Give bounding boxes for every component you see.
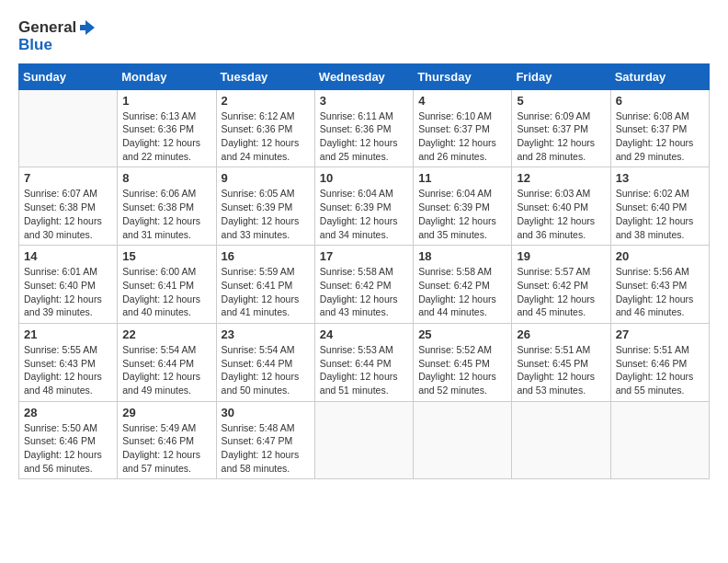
day-number: 25 [418, 327, 506, 341]
day-info: Sunrise: 6:08 AM Sunset: 6:37 PM Dayligh… [616, 109, 704, 164]
day-number: 16 [222, 249, 310, 263]
header-cell-monday: Monday [118, 63, 216, 89]
day-number: 27 [616, 327, 704, 341]
calendar-cell: 13Sunrise: 6:02 AM Sunset: 6:40 PM Dayli… [610, 167, 709, 246]
day-number: 20 [616, 249, 704, 263]
day-number: 26 [517, 327, 605, 341]
day-number: 7 [24, 171, 112, 185]
logo-container: General Blue [18, 18, 97, 54]
day-info: Sunrise: 6:04 AM Sunset: 6:39 PM Dayligh… [320, 187, 408, 241]
day-info: Sunrise: 6:10 AM Sunset: 6:37 PM Dayligh… [418, 109, 506, 164]
calendar-cell: 5Sunrise: 6:09 AM Sunset: 6:37 PM Daylig… [512, 89, 610, 167]
day-number: 11 [418, 171, 506, 185]
calendar-cell: 24Sunrise: 5:53 AM Sunset: 6:44 PM Dayli… [314, 323, 413, 401]
calendar-cell: 3Sunrise: 6:11 AM Sunset: 6:36 PM Daylig… [314, 89, 413, 167]
calendar-body: 1Sunrise: 6:13 AM Sunset: 6:36 PM Daylig… [19, 89, 710, 479]
calendar-cell: 11Sunrise: 6:04 AM Sunset: 6:39 PM Dayli… [414, 167, 512, 246]
calendar-cell [314, 401, 413, 479]
calendar-header: SundayMondayTuesdayWednesdayThursdayFrid… [19, 63, 710, 89]
calendar-cell: 29Sunrise: 5:49 AM Sunset: 6:46 PM Dayli… [118, 401, 216, 479]
calendar-cell: 23Sunrise: 5:54 AM Sunset: 6:44 PM Dayli… [216, 323, 314, 401]
day-info: Sunrise: 5:56 AM Sunset: 6:43 PM Dayligh… [616, 265, 704, 319]
calendar-cell: 28Sunrise: 5:50 AM Sunset: 6:46 PM Dayli… [19, 401, 118, 479]
calendar-week-3: 14Sunrise: 6:01 AM Sunset: 6:40 PM Dayli… [19, 246, 710, 324]
header-cell-thursday: Thursday [414, 63, 512, 89]
day-info: Sunrise: 6:01 AM Sunset: 6:40 PM Dayligh… [24, 265, 112, 319]
day-info: Sunrise: 6:09 AM Sunset: 6:37 PM Dayligh… [517, 109, 605, 164]
calendar-cell: 19Sunrise: 5:57 AM Sunset: 6:42 PM Dayli… [512, 246, 610, 324]
day-number: 8 [122, 171, 210, 185]
day-number: 28 [24, 406, 112, 419]
calendar-table: SundayMondayTuesdayWednesdayThursdayFrid… [18, 63, 710, 480]
day-info: Sunrise: 6:13 AM Sunset: 6:36 PM Dayligh… [122, 109, 210, 164]
header-cell-friday: Friday [512, 63, 610, 89]
calendar-cell: 7Sunrise: 6:07 AM Sunset: 6:38 PM Daylig… [19, 167, 118, 246]
calendar-cell: 4Sunrise: 6:10 AM Sunset: 6:37 PM Daylig… [414, 89, 512, 167]
calendar-cell: 16Sunrise: 5:59 AM Sunset: 6:41 PM Dayli… [216, 246, 314, 324]
day-info: Sunrise: 5:50 AM Sunset: 6:46 PM Dayligh… [24, 421, 112, 476]
calendar-cell: 21Sunrise: 5:55 AM Sunset: 6:43 PM Dayli… [19, 323, 118, 401]
day-info: Sunrise: 6:03 AM Sunset: 6:40 PM Dayligh… [517, 187, 605, 241]
header-cell-saturday: Saturday [610, 63, 709, 89]
calendar-week-2: 7Sunrise: 6:07 AM Sunset: 6:38 PM Daylig… [19, 167, 710, 246]
day-number: 10 [320, 171, 408, 185]
day-number: 3 [320, 94, 408, 108]
calendar-cell: 27Sunrise: 5:51 AM Sunset: 6:46 PM Dayli… [610, 323, 709, 401]
day-info: Sunrise: 5:58 AM Sunset: 6:42 PM Dayligh… [418, 265, 506, 319]
day-info: Sunrise: 6:05 AM Sunset: 6:39 PM Dayligh… [222, 187, 310, 241]
day-number: 13 [616, 171, 704, 185]
day-info: Sunrise: 6:04 AM Sunset: 6:39 PM Dayligh… [418, 187, 506, 241]
logo-blue: Blue [18, 37, 97, 54]
logo-general: General [18, 19, 76, 37]
header-row: SundayMondayTuesdayWednesdayThursdayFrid… [19, 63, 710, 89]
calendar-cell [19, 89, 118, 167]
day-info: Sunrise: 6:11 AM Sunset: 6:36 PM Dayligh… [320, 109, 408, 164]
logo: General Blue [18, 18, 97, 54]
header-cell-sunday: Sunday [19, 63, 118, 89]
day-number: 15 [122, 249, 210, 263]
day-number: 24 [320, 327, 408, 341]
day-number: 2 [222, 94, 310, 108]
day-info: Sunrise: 5:51 AM Sunset: 6:45 PM Dayligh… [517, 343, 605, 397]
logo-arrow-icon [78, 18, 97, 37]
calendar-week-5: 28Sunrise: 5:50 AM Sunset: 6:46 PM Dayli… [19, 401, 710, 479]
day-number: 30 [222, 406, 310, 419]
calendar-week-4: 21Sunrise: 5:55 AM Sunset: 6:43 PM Dayli… [19, 323, 710, 401]
day-number: 1 [122, 94, 210, 108]
calendar-cell: 15Sunrise: 6:00 AM Sunset: 6:41 PM Dayli… [118, 246, 216, 324]
calendar-cell: 9Sunrise: 6:05 AM Sunset: 6:39 PM Daylig… [216, 167, 314, 246]
day-number: 23 [222, 327, 310, 341]
day-info: Sunrise: 5:55 AM Sunset: 6:43 PM Dayligh… [24, 343, 112, 397]
day-info: Sunrise: 5:59 AM Sunset: 6:41 PM Dayligh… [222, 265, 310, 319]
calendar-cell: 10Sunrise: 6:04 AM Sunset: 6:39 PM Dayli… [314, 167, 413, 246]
day-info: Sunrise: 5:48 AM Sunset: 6:47 PM Dayligh… [222, 421, 310, 476]
day-number: 9 [222, 171, 310, 185]
calendar-cell: 8Sunrise: 6:06 AM Sunset: 6:38 PM Daylig… [118, 167, 216, 246]
day-info: Sunrise: 5:53 AM Sunset: 6:44 PM Dayligh… [320, 343, 408, 397]
day-info: Sunrise: 5:52 AM Sunset: 6:45 PM Dayligh… [418, 343, 506, 397]
day-info: Sunrise: 5:57 AM Sunset: 6:42 PM Dayligh… [517, 265, 605, 319]
calendar-cell: 25Sunrise: 5:52 AM Sunset: 6:45 PM Dayli… [414, 323, 512, 401]
day-info: Sunrise: 5:49 AM Sunset: 6:46 PM Dayligh… [122, 421, 210, 476]
calendar-cell: 12Sunrise: 6:03 AM Sunset: 6:40 PM Dayli… [512, 167, 610, 246]
calendar-cell: 6Sunrise: 6:08 AM Sunset: 6:37 PM Daylig… [610, 89, 709, 167]
svg-marker-0 [80, 20, 95, 35]
day-number: 19 [517, 249, 605, 263]
day-number: 29 [122, 406, 210, 419]
day-info: Sunrise: 6:00 AM Sunset: 6:41 PM Dayligh… [122, 265, 210, 319]
calendar-cell [512, 401, 610, 479]
day-number: 17 [320, 249, 408, 263]
calendar-cell: 14Sunrise: 6:01 AM Sunset: 6:40 PM Dayli… [19, 246, 118, 324]
day-info: Sunrise: 6:07 AM Sunset: 6:38 PM Dayligh… [24, 187, 112, 241]
day-number: 12 [517, 171, 605, 185]
calendar-cell: 17Sunrise: 5:58 AM Sunset: 6:42 PM Dayli… [314, 246, 413, 324]
header: General Blue [18, 18, 710, 54]
calendar-cell: 20Sunrise: 5:56 AM Sunset: 6:43 PM Dayli… [610, 246, 709, 324]
calendar-cell: 30Sunrise: 5:48 AM Sunset: 6:47 PM Dayli… [216, 401, 314, 479]
day-number: 22 [122, 327, 210, 341]
day-number: 4 [418, 94, 506, 108]
day-number: 18 [418, 249, 506, 263]
header-cell-tuesday: Tuesday [216, 63, 314, 89]
day-info: Sunrise: 6:12 AM Sunset: 6:36 PM Dayligh… [222, 109, 310, 164]
calendar-week-1: 1Sunrise: 6:13 AM Sunset: 6:36 PM Daylig… [19, 89, 710, 167]
